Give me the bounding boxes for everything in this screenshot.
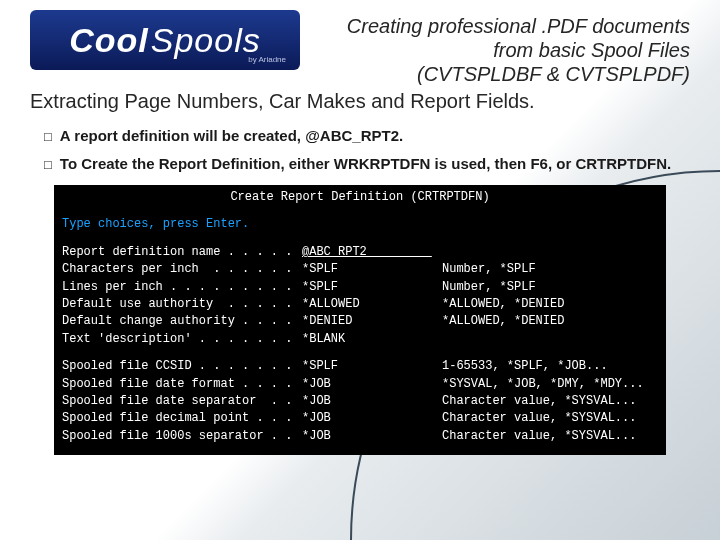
terminal-field-hint [442, 244, 658, 261]
logo-part1: Cool [69, 21, 149, 60]
terminal-field-hint: *SYSVAL, *JOB, *DMY, *MDY... [442, 376, 658, 393]
terminal-field-value: *JOB [302, 428, 442, 445]
coolspools-logo: Cool Spools by Ariadne [30, 10, 300, 70]
title-line1: Creating professional .PDF documents [314, 14, 690, 38]
terminal-field-hint: *ALLOWED, *DENIED [442, 296, 658, 313]
terminal-field-label: Default use authority . . . . . [62, 296, 302, 313]
terminal-field-value: *SPLF [302, 261, 442, 278]
terminal-instruction: Type choices, press Enter. [62, 216, 658, 233]
terminal-row: Text 'description' . . . . . . .*BLANK [62, 331, 658, 348]
logo-byline: by Ariadne [248, 55, 286, 64]
terminal-row: Report definition name . . . . .@ABC_RPT… [62, 244, 658, 261]
terminal-row: Spooled file decimal point . . .*JOBChar… [62, 410, 658, 427]
terminal-field-hint: Character value, *SYSVAL... [442, 393, 658, 410]
bullet-text: To Create the Report Definition, either … [60, 155, 690, 175]
bullet-text: A report definition will be created, @AB… [60, 127, 690, 147]
terminal-field-label: Spooled file 1000s separator . . [62, 428, 302, 445]
terminal-field-hint: Number, *SPLF [442, 261, 658, 278]
terminal-screenshot: Create Report Definition (CRTRPTDFN) Typ… [54, 185, 666, 455]
terminal-title: Create Report Definition (CRTRPTDFN) [62, 189, 658, 206]
terminal-row: Default change authority . . . .*DENIED*… [62, 313, 658, 330]
bullet-list: A report definition will be created, @AB… [30, 127, 690, 175]
terminal-field-value: *DENIED [302, 313, 442, 330]
terminal-field-value: *SPLF [302, 279, 442, 296]
terminal-field-label: Report definition name . . . . . [62, 244, 302, 261]
terminal-field-value: *JOB [302, 410, 442, 427]
terminal-row: Default use authority . . . . .*ALLOWED*… [62, 296, 658, 313]
terminal-field-label: Spooled file decimal point . . . [62, 410, 302, 427]
slide-header: Cool Spools by Ariadne Creating professi… [30, 10, 690, 86]
terminal-field-value: *ALLOWED [302, 296, 442, 313]
terminal-row: Spooled file date separator . .*JOBChara… [62, 393, 658, 410]
terminal-field-label: Spooled file date separator . . [62, 393, 302, 410]
terminal-field-hint: Character value, *SYSVAL... [442, 410, 658, 427]
bullet-item: A report definition will be created, @AB… [44, 127, 690, 147]
terminal-field-hint: 1-65533, *SPLF, *JOB... [442, 358, 658, 375]
terminal-field-input[interactable]: @ABC_RPT2_________ [302, 244, 442, 261]
terminal-field-label: Lines per inch . . . . . . . . . [62, 279, 302, 296]
terminal-row: Spooled file 1000s separator . .*JOBChar… [62, 428, 658, 445]
terminal-field-label: Spooled file date format . . . . [62, 376, 302, 393]
terminal-field-hint: Number, *SPLF [442, 279, 658, 296]
terminal-row: Spooled file date format . . . .*JOB*SYS… [62, 376, 658, 393]
title-line3: (CVTSPLDBF & CVTSPLPDF) [314, 62, 690, 86]
logo-part2: Spools [151, 21, 261, 60]
terminal-row: Lines per inch . . . . . . . . .*SPLFNum… [62, 279, 658, 296]
terminal-field-hint: Character value, *SYSVAL... [442, 428, 658, 445]
terminal-field-hint [442, 331, 658, 348]
terminal-field-label: Spooled file CCSID . . . . . . . [62, 358, 302, 375]
terminal-field-hint: *ALLOWED, *DENIED [442, 313, 658, 330]
terminal-field-label: Default change authority . . . . [62, 313, 302, 330]
terminal-field-label: Characters per inch . . . . . . [62, 261, 302, 278]
terminal-row: Characters per inch . . . . . .*SPLFNumb… [62, 261, 658, 278]
terminal-field-label: Text 'description' . . . . . . . [62, 331, 302, 348]
bullet-item: To Create the Report Definition, either … [44, 155, 690, 175]
slide-title: Creating professional .PDF documents fro… [314, 10, 690, 86]
terminal-row: Spooled file CCSID . . . . . . .*SPLF1-6… [62, 358, 658, 375]
slide-subtitle: Extracting Page Numbers, Car Makes and R… [30, 90, 690, 113]
terminal-field-value: *JOB [302, 393, 442, 410]
terminal-field-value: *JOB [302, 376, 442, 393]
terminal-field-value: *SPLF [302, 358, 442, 375]
terminal-field-value: *BLANK [302, 331, 442, 348]
title-line2: from basic Spool Files [314, 38, 690, 62]
